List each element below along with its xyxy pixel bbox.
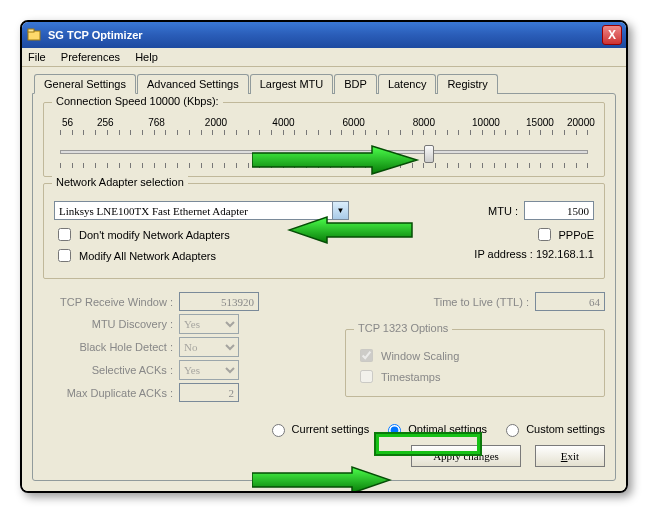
adapter-title: Network Adapter selection — [52, 176, 188, 188]
slider-tick-labels: 56 256 768 2000 4000 6000 8000 10000 150… — [54, 117, 594, 128]
selective-acks-select: Yes — [179, 360, 239, 380]
ttl-label: Time to Live (TTL) : — [345, 296, 529, 308]
tabstrip: General Settings Advanced Settings Large… — [34, 73, 616, 93]
chk-pppoe[interactable] — [538, 228, 551, 241]
speed-slider[interactable] — [60, 150, 588, 154]
mtu-discovery-label: MTU Discovery : — [43, 318, 173, 330]
menu-help[interactable]: Help — [135, 51, 158, 63]
tab-general[interactable]: General Settings — [34, 74, 136, 94]
slider-ticks-bottom — [60, 158, 588, 168]
apply-button[interactable]: Apply changes — [411, 445, 521, 467]
chk-dont-modify[interactable] — [58, 228, 71, 241]
tab-bdp[interactable]: BDP — [334, 74, 377, 94]
client-area: General Settings Advanced Settings Large… — [22, 67, 626, 491]
group-tcp1323: TCP 1323 Options Window Scaling Timestam… — [345, 329, 605, 397]
black-hole-select: No — [179, 337, 239, 357]
tab-page-general: Connection Speed 10000 (Kbps): 56 256 76… — [32, 93, 616, 481]
tab-registry[interactable]: Registry — [437, 74, 497, 94]
app-icon — [26, 27, 42, 43]
mtu-input[interactable] — [524, 201, 594, 220]
chk-timestamps — [360, 370, 373, 383]
menu-file[interactable]: File — [28, 51, 46, 63]
svg-rect-1 — [28, 29, 34, 32]
ttl-input — [535, 292, 605, 311]
window-title: SG TCP Optimizer — [48, 29, 143, 41]
adapter-select[interactable] — [54, 201, 349, 220]
chk-modify-all[interactable] — [58, 249, 71, 262]
menubar: File Preferences Help — [22, 48, 626, 67]
tcp-rwin-input — [179, 292, 259, 311]
titlebar: SG TCP Optimizer X — [22, 22, 626, 48]
radio-optimal[interactable] — [388, 424, 401, 437]
conn-speed-label: Connection Speed 10000 (Kbps): — [52, 95, 223, 107]
tab-largest-mtu[interactable]: Largest MTU — [250, 74, 334, 94]
tcp1323-title: TCP 1323 Options — [354, 322, 452, 334]
mtu-label: MTU : — [478, 205, 518, 217]
tab-control: General Settings Advanced Settings Large… — [32, 73, 616, 481]
max-dup-acks-input — [179, 383, 239, 402]
tcp-rwin-label: TCP Receive Window : — [43, 296, 173, 308]
tab-latency[interactable]: Latency — [378, 74, 437, 94]
radio-custom[interactable] — [506, 424, 519, 437]
slider-ticks — [60, 130, 588, 146]
black-hole-label: Black Hole Detect : — [43, 341, 173, 353]
exit-button[interactable]: Exit — [535, 445, 605, 467]
chevron-down-icon[interactable]: ▼ — [332, 202, 348, 219]
group-connection-speed: Connection Speed 10000 (Kbps): 56 256 76… — [43, 102, 605, 177]
group-network-adapter: Network Adapter selection ▼ MTU : Don't … — [43, 183, 605, 279]
radio-current[interactable] — [272, 424, 285, 437]
app-window: SG TCP Optimizer X File Preferences Help… — [20, 20, 628, 493]
mtu-discovery-select: Yes — [179, 314, 239, 334]
max-dup-acks-label: Max Duplicate ACKs : — [43, 387, 173, 399]
ip-address-label: IP address : 192.168.1.1 — [414, 248, 594, 260]
selective-acks-label: Selective ACKs : — [43, 364, 173, 376]
tab-advanced[interactable]: Advanced Settings — [137, 74, 249, 94]
chk-window-scaling — [360, 349, 373, 362]
menu-preferences[interactable]: Preferences — [61, 51, 120, 63]
close-button[interactable]: X — [602, 25, 622, 45]
